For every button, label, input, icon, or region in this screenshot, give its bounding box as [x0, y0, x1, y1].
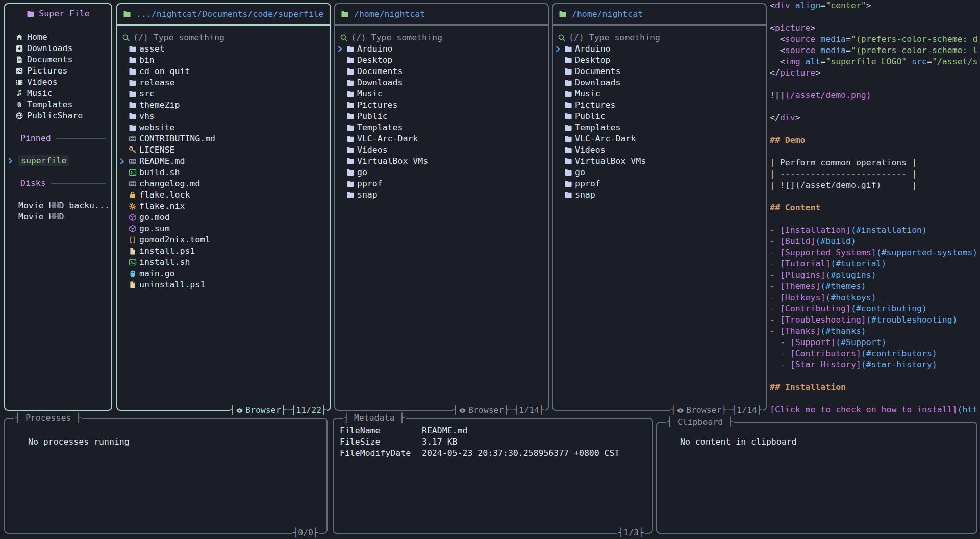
file-row-Public[interactable]: Public: [335, 111, 548, 122]
section-divider: [51, 183, 106, 184]
metadata-panel: ┤ Metadata ├ FileNameREADME.mdFileSize3.…: [333, 418, 653, 534]
preview-line: - [Troubleshooting](#troubleshooting): [770, 314, 980, 326]
folder-icon: [129, 56, 137, 64]
file-row-Pictures[interactable]: Pictures: [553, 100, 766, 111]
metadata-row: FileNameREADME.md: [334, 425, 652, 436]
file-row-Desktop[interactable]: Desktop: [335, 55, 548, 66]
lock-icon: [129, 191, 137, 199]
file-row-uninstall.ps1[interactable]: uninstall.ps1: [117, 279, 330, 290]
file-row-Public[interactable]: Public: [553, 111, 766, 122]
file-row-Music[interactable]: Music: [335, 88, 548, 100]
sidebar-item-music[interactable]: Music: [5, 88, 111, 99]
file-row-Pictures[interactable]: Pictures: [335, 100, 548, 111]
sidebar-item-templates[interactable]: Templates: [5, 99, 111, 110]
sidebar: Super File HomeDownloadsDocumentsPicture…: [4, 3, 112, 411]
file-row-Downloads[interactable]: Downloads: [335, 77, 548, 88]
file-row-release[interactable]: release: [117, 77, 330, 88]
metadata-key: FileName: [340, 425, 422, 436]
sidebar-item-downloads[interactable]: Downloads: [5, 43, 111, 54]
panel-path: /home/nightcat: [354, 9, 425, 20]
folder-icon: [564, 168, 572, 177]
file-row-Templates[interactable]: Templates: [553, 122, 766, 133]
file-row-Desktop[interactable]: Desktop: [553, 55, 766, 66]
file-name: Pictures: [575, 100, 615, 111]
screen: Super File HomeDownloadsDocumentsPicture…: [0, 0, 980, 539]
preview-line: - [Themes](#themes): [770, 281, 980, 292]
search-input[interactable]: (/) Type something: [340, 32, 544, 43]
processes-title-label: ┤ Processes ├: [14, 412, 82, 424]
file-row-main.go[interactable]: main.go: [117, 268, 330, 279]
file-row-Downloads[interactable]: Downloads: [553, 77, 766, 88]
file-row-src[interactable]: src: [117, 88, 330, 100]
sidebar-item-home[interactable]: Home: [5, 32, 111, 43]
sidebar-item-publicshare[interactable]: PublicShare: [5, 110, 111, 121]
file-row-LICENSE[interactable]: LICENSE: [117, 144, 330, 156]
file-row-flake.nix[interactable]: flake.nix: [117, 201, 330, 212]
file-row-asset[interactable]: asset: [117, 43, 330, 55]
folder-icon: [346, 56, 355, 64]
file-row-flake.lock[interactable]: flake.lock: [117, 189, 330, 201]
sidebar-item-videos[interactable]: Videos: [5, 77, 111, 88]
file-row-CONTRIBUTING.md[interactable]: CONTRIBUTING.md: [117, 133, 330, 144]
documents-icon: [15, 56, 23, 64]
search-input[interactable]: (/) Type something: [558, 32, 762, 43]
file-row-Documents[interactable]: Documents: [553, 66, 766, 77]
file-row-vhs[interactable]: vhs: [117, 111, 330, 122]
usb-icon: [9, 179, 17, 187]
file-row-themeZip[interactable]: themeZip: [117, 100, 330, 111]
file-row-gomod2nix.toml[interactable]: gomod2nix.toml: [117, 234, 330, 246]
file-name: Music: [575, 88, 600, 100]
file-row-Templates[interactable]: Templates: [335, 122, 548, 133]
file-row-go[interactable]: go: [553, 167, 766, 178]
file-name: flake.lock: [139, 189, 190, 201]
file-row-Videos[interactable]: Videos: [553, 144, 766, 156]
file-row-go.mod[interactable]: go.mod: [117, 212, 330, 223]
file-row-VirtualBox VMs[interactable]: VirtualBox VMs: [553, 156, 766, 167]
folder-icon: [346, 67, 355, 76]
search-input[interactable]: (/) Type something: [122, 32, 326, 43]
file-row-pprof[interactable]: pprof: [553, 178, 766, 189]
metadata-key: FileSize: [340, 436, 422, 448]
file-row-Music[interactable]: Music: [553, 88, 766, 100]
preview-line: [770, 213, 980, 225]
file-row-go.sum[interactable]: go.sum: [117, 223, 330, 234]
file-name: VirtualBox VMs: [575, 156, 646, 167]
file-name: themeZip: [139, 100, 180, 111]
pin-icon: [9, 134, 17, 142]
preview-line: - [Star History](#star-history): [770, 359, 980, 371]
file-row-VirtualBox VMs[interactable]: VirtualBox VMs: [335, 156, 548, 167]
file-row-install.sh[interactable]: install.sh: [117, 257, 330, 268]
file-row-bin[interactable]: bin: [117, 55, 330, 66]
disk-item[interactable]: Movie HHD: [5, 211, 111, 223]
file-row-build.sh[interactable]: build.sh: [117, 167, 330, 178]
preview-line: | ------------------------- |: [770, 168, 980, 180]
file-row-cd_on_quit[interactable]: cd_on_quit: [117, 66, 330, 77]
file-row-website[interactable]: website: [117, 122, 330, 133]
file-row-VLC-Arc-Dark[interactable]: VLC-Arc-Dark: [553, 133, 766, 144]
footer-tick: ├─┤: [722, 405, 737, 416]
file-row-README.md[interactable]: README.md: [117, 156, 330, 167]
gopkg-icon: [129, 225, 137, 233]
file-row-snap[interactable]: snap: [553, 189, 766, 201]
file-row-changelog.md[interactable]: changelog.md: [117, 178, 330, 189]
disks-section-header: Disks: [5, 178, 111, 189]
file-row-VLC-Arc-Dark[interactable]: VLC-Arc-Dark: [335, 133, 548, 144]
file-row-Arduino[interactable]: Arduino: [553, 43, 766, 55]
file-row-pprof[interactable]: pprof: [335, 178, 548, 189]
file-panel-1: .../nightcat/Documents/code/superfile(/)…: [116, 3, 331, 411]
file-row-Documents[interactable]: Documents: [335, 66, 548, 77]
metadata-value: README.md: [422, 425, 467, 436]
metadata-value: 3.17 KB: [422, 436, 458, 448]
disk-item[interactable]: Movie HHD backu...: [5, 200, 111, 211]
sidebar-item-label: Pictures: [27, 65, 67, 77]
file-row-snap[interactable]: snap: [335, 189, 548, 201]
file-row-Arduino[interactable]: Arduino: [335, 43, 548, 55]
sidebar-item-documents[interactable]: Documents: [5, 54, 111, 65]
file-row-Videos[interactable]: Videos: [335, 144, 548, 156]
sidebar-item-pictures[interactable]: Pictures: [5, 65, 111, 77]
file-row-go[interactable]: go: [335, 167, 548, 178]
file-row-install.ps1[interactable]: install.ps1: [117, 246, 330, 257]
panel-mode-label: Browser: [686, 405, 722, 416]
pinned-item-superfile[interactable]: superfile: [5, 155, 111, 166]
file-name: install.ps1: [139, 246, 195, 257]
